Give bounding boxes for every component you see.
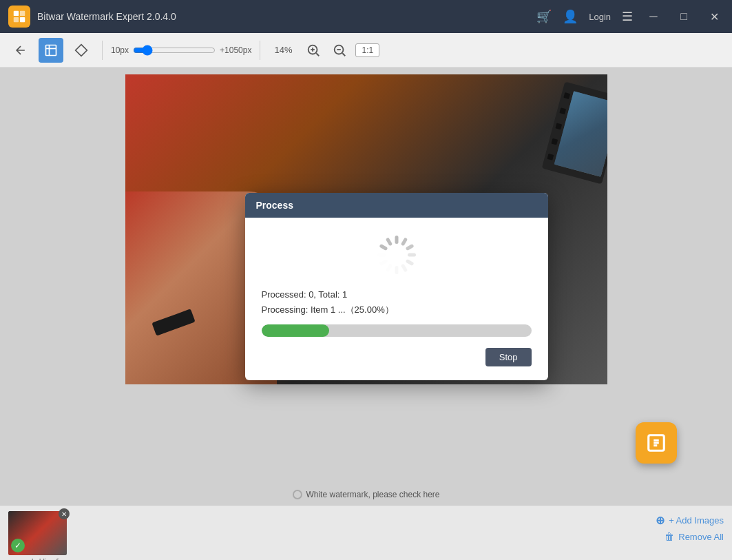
process-dialog: Process	[245, 193, 548, 380]
svg-rect-27	[385, 237, 392, 246]
svg-rect-1	[20, 11, 25, 16]
minimize-button[interactable]: ─	[644, 7, 663, 26]
menu-icon[interactable]: ☰	[622, 9, 633, 24]
main-canvas-area: Process	[0, 68, 732, 505]
maximize-button[interactable]: □	[674, 7, 693, 26]
toolbar-separator	[102, 41, 103, 60]
toolbar-separator-2	[260, 41, 260, 60]
size-max-label: +1050px	[220, 45, 251, 55]
svg-rect-19	[408, 253, 416, 256]
size-range-control: 10px +1050px	[111, 45, 251, 56]
svg-rect-24	[379, 258, 388, 265]
zoom-percentage: 14%	[274, 45, 292, 55]
thumbnail-close-button[interactable]: ✕	[59, 508, 70, 519]
progress-bar-container	[262, 324, 532, 337]
app-title: Bitwar Watermark Expert 2.0.4.0	[37, 11, 536, 22]
dialog-footer: Stop	[262, 348, 532, 366]
svg-rect-17	[400, 237, 407, 246]
watermark-notice-text: White watermark, please check here	[306, 490, 439, 499]
processing-item: Processing: Item 1 ...（25.00%）	[262, 304, 394, 316]
crop-tool-button[interactable]	[39, 38, 63, 63]
filmstrip-decoration	[541, 82, 607, 185]
user-icon[interactable]: 👤	[563, 9, 578, 24]
svg-rect-2	[14, 17, 19, 22]
svg-rect-16	[395, 236, 398, 244]
svg-rect-3	[20, 17, 25, 22]
thumbnail-check-icon: ✓	[11, 539, 25, 552]
trash-icon: 🗑	[665, 531, 674, 542]
size-slider[interactable]	[133, 45, 216, 56]
image-strip: ✓ ✕ person-holding-fil... ⊕ + Add Images…	[0, 505, 732, 560]
processed-count: Processed: 0, Total: 1	[262, 289, 348, 300]
svg-rect-23	[385, 263, 392, 272]
dialog-title: Process	[256, 200, 293, 211]
svg-rect-26	[379, 243, 388, 250]
dialog-body: .spinner-wrap svg { animation: spin 1s l…	[245, 218, 548, 380]
svg-marker-7	[76, 44, 87, 56]
svg-rect-18	[405, 243, 414, 250]
thumbnail-image: ✓	[8, 511, 67, 555]
size-min-label: 10px	[111, 45, 129, 55]
ratio-button[interactable]: 1:1	[355, 43, 379, 57]
progress-bar-fill	[262, 324, 329, 337]
loading-spinner: .spinner-wrap svg { animation: spin 1s l…	[376, 234, 417, 276]
svg-rect-20	[405, 258, 414, 265]
back-tool-button[interactable]	[8, 38, 33, 63]
add-images-button[interactable]: ⊕ + Add Images	[656, 514, 724, 527]
strip-actions: ⊕ + Add Images 🗑 Remove All	[656, 514, 724, 542]
close-button[interactable]: ✕	[704, 7, 724, 26]
plus-icon: ⊕	[656, 514, 665, 527]
svg-rect-0	[14, 11, 19, 16]
svg-line-13	[343, 53, 346, 56]
floating-action-button[interactable]	[636, 422, 677, 464]
dialog-header: Process	[245, 193, 548, 218]
cart-icon[interactable]: 🛒	[536, 9, 552, 24]
zoom-in-button[interactable]	[303, 40, 324, 61]
thumbnail-item: ✓ ✕ person-holding-fil...	[8, 511, 67, 560]
titlebar: Bitwar Watermark Expert 2.0.4.0 🛒 👤 Logi…	[0, 0, 732, 33]
svg-rect-25	[377, 253, 386, 256]
watermark-notice: White watermark, please check here	[292, 490, 439, 499]
app-logo	[8, 6, 30, 28]
svg-rect-4	[46, 45, 56, 55]
diamond-tool-button[interactable]	[69, 38, 94, 63]
watermark-radio[interactable]	[292, 490, 302, 499]
svg-rect-21	[400, 263, 407, 272]
login-button[interactable]: Login	[589, 12, 611, 22]
remove-all-button[interactable]: 🗑 Remove All	[665, 531, 724, 542]
toolbar: 10px +1050px 14% 1:1	[0, 33, 732, 68]
svg-rect-22	[395, 266, 398, 274]
svg-line-9	[317, 53, 320, 56]
zoom-out-button[interactable]	[329, 40, 350, 61]
stop-button[interactable]: Stop	[485, 348, 532, 366]
